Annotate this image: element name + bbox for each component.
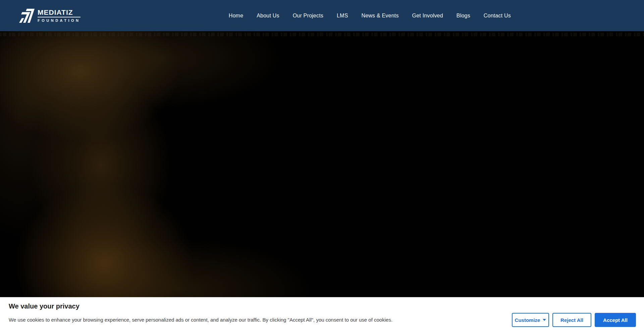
nav-item-lms[interactable]: LMS (337, 13, 348, 19)
hero-background-pattern (0, 33, 644, 36)
cookie-banner-row: We use cookies to enhance your browsing … (9, 313, 636, 327)
logo[interactable]: MEDIATIZ FOUNDATION (19, 9, 80, 23)
nav-item-blogs[interactable]: Blogs (457, 13, 470, 19)
reject-all-button[interactable]: Reject All (552, 313, 591, 327)
nav-item-get-involved[interactable]: Get Involved (412, 13, 443, 19)
navbar: MEDIATIZ FOUNDATION Home About Us Our Pr… (0, 0, 644, 31)
accept-all-button[interactable]: Accept All (595, 313, 636, 327)
reject-all-button-label: Reject All (560, 317, 583, 323)
brand-divider (38, 17, 80, 17)
customize-button-label: Customize (515, 317, 540, 323)
customize-button[interactable]: Customize (512, 313, 549, 327)
chevron-down-icon (543, 319, 546, 321)
brand-logo-icon (19, 9, 35, 23)
accept-all-button-label: Accept All (603, 317, 628, 323)
nav-item-news-events[interactable]: News & Events (362, 13, 399, 19)
nav-item-home[interactable]: Home (229, 13, 243, 19)
cookie-banner-title: We value your privacy (9, 302, 636, 310)
nav-item-our-projects[interactable]: Our Projects (293, 13, 323, 19)
brand-tagline: FOUNDATION (38, 19, 80, 22)
nav-item-about-us[interactable]: About Us (257, 13, 279, 19)
nav-item-contact-us[interactable]: Contact Us (484, 13, 511, 19)
logo-text: MEDIATIZ FOUNDATION (38, 9, 80, 22)
hero-section (0, 31, 644, 297)
cookie-consent-banner: We value your privacy We use cookies to … (0, 297, 644, 333)
main-nav: Home About Us Our Projects LMS News & Ev… (229, 13, 511, 19)
cookie-banner-description: We use cookies to enhance your browsing … (9, 317, 512, 323)
cookie-banner-buttons: Customize Reject All Accept All (512, 313, 636, 327)
brand-name: MEDIATIZ (38, 9, 80, 16)
